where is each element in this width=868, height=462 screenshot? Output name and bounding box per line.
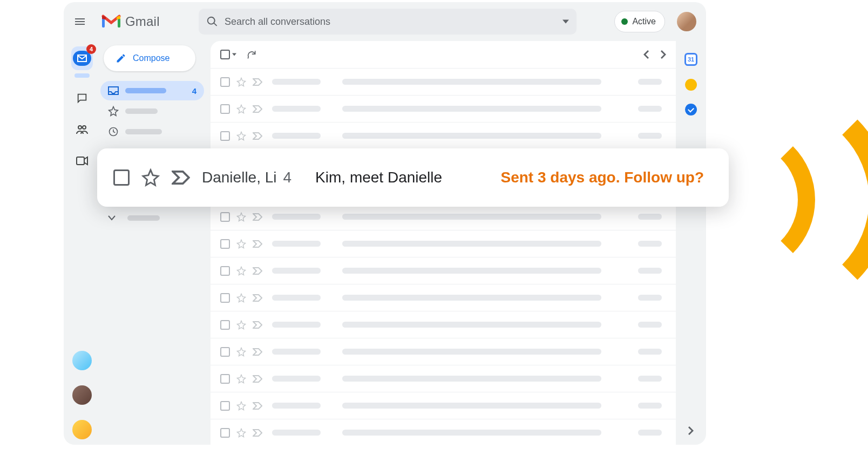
star-icon[interactable] [236, 401, 246, 411]
meta-placeholder [638, 214, 662, 220]
rail-contact-3[interactable] [72, 420, 92, 439]
email-row[interactable] [211, 338, 676, 365]
newer-button[interactable] [643, 50, 649, 59]
important-icon[interactable] [253, 78, 262, 86]
tasks-icon[interactable] [685, 104, 697, 116]
star-icon[interactable] [236, 293, 246, 303]
star-icon[interactable] [236, 212, 246, 222]
row-checkbox[interactable] [220, 428, 230, 438]
row-checkbox[interactable] [220, 104, 230, 114]
subject-placeholder [342, 403, 601, 409]
row-checkbox[interactable] [113, 169, 130, 186]
email-row[interactable] [211, 122, 676, 149]
email-row[interactable] [211, 419, 676, 445]
sender-placeholder [272, 241, 321, 247]
row-checkbox[interactable] [220, 239, 230, 249]
row-checkbox[interactable] [220, 401, 230, 411]
row-checkbox[interactable] [220, 347, 230, 357]
email-row[interactable] [211, 284, 676, 311]
sidebar-more-label-placeholder [127, 215, 160, 221]
row-checkbox[interactable] [220, 212, 230, 222]
meta-placeholder [638, 268, 662, 274]
important-icon[interactable] [253, 267, 262, 275]
important-icon[interactable] [253, 132, 262, 140]
email-row[interactable] [211, 230, 676, 257]
subject-placeholder [342, 430, 601, 436]
important-icon[interactable] [253, 105, 262, 113]
important-icon[interactable] [253, 348, 262, 356]
email-row[interactable] [211, 203, 676, 230]
app-body: 4 Compose [64, 41, 706, 445]
subject-placeholder [342, 268, 601, 274]
keep-icon[interactable] [685, 79, 697, 91]
rail-contact-1[interactable] [72, 351, 92, 370]
important-icon[interactable] [253, 321, 262, 329]
select-all-checkbox[interactable] [220, 50, 236, 59]
important-icon[interactable] [253, 240, 262, 248]
nudge-email-card[interactable]: Danielle, Li 4 Kim, meet Danielle Sent 3… [97, 148, 729, 207]
calendar-icon[interactable] [684, 53, 697, 66]
rail-mail[interactable]: 4 [71, 46, 93, 70]
email-row[interactable] [211, 365, 676, 392]
highlight-nudge[interactable]: Sent 3 days ago. Follow up? [501, 169, 704, 186]
main-panel [208, 41, 676, 445]
status-pill[interactable]: Active [614, 11, 665, 32]
star-icon[interactable] [236, 266, 246, 276]
row-checkbox[interactable] [220, 374, 230, 384]
meet-icon [76, 156, 88, 166]
account-avatar[interactable] [677, 12, 696, 31]
search-input[interactable] [225, 16, 569, 28]
email-row[interactable] [211, 68, 676, 95]
star-icon[interactable] [236, 104, 246, 114]
email-row[interactable] [211, 311, 676, 338]
important-icon[interactable] [253, 294, 262, 302]
rail-spaces[interactable] [71, 119, 93, 140]
compose-button[interactable]: Compose [104, 45, 195, 71]
star-icon[interactable] [236, 374, 246, 384]
pagination [643, 50, 666, 59]
sidebar-item-snoozed[interactable] [100, 122, 204, 141]
search-options-button[interactable] [562, 18, 569, 25]
meta-placeholder [638, 322, 662, 328]
sidebar-item-starred[interactable] [100, 101, 204, 121]
email-row[interactable] [211, 392, 676, 419]
row-checkbox[interactable] [220, 320, 230, 330]
star-icon[interactable] [236, 131, 246, 141]
sender-placeholder [272, 268, 321, 274]
star-icon[interactable] [236, 239, 246, 249]
highlight-sender: Danielle, Li 4 [202, 169, 291, 186]
older-button[interactable] [661, 50, 666, 59]
important-icon[interactable] [172, 171, 190, 185]
main-menu-button[interactable] [68, 10, 92, 33]
star-icon[interactable] [236, 77, 246, 87]
row-checkbox[interactable] [220, 266, 230, 276]
rail-chat[interactable] [71, 87, 93, 109]
row-checkbox[interactable] [220, 131, 230, 141]
subject-placeholder [342, 322, 601, 328]
row-checkbox[interactable] [220, 293, 230, 303]
important-icon[interactable] [253, 402, 262, 410]
row-checkbox[interactable] [220, 77, 230, 87]
email-row[interactable] [211, 257, 676, 284]
sidebar-item-more[interactable] [100, 208, 204, 228]
caret-down-icon [232, 53, 236, 56]
meta-placeholder [638, 430, 662, 436]
sidebar-item-inbox[interactable]: 4 [100, 81, 204, 100]
star-icon[interactable] [236, 347, 246, 357]
sidepanel-toggle[interactable] [688, 426, 694, 435]
chevron-right-icon [688, 426, 694, 435]
star-icon[interactable] [236, 320, 246, 330]
search-icon [206, 16, 218, 28]
important-icon[interactable] [253, 375, 262, 383]
important-icon[interactable] [253, 213, 262, 221]
compose-label: Compose [133, 53, 169, 63]
search-bar[interactable] [199, 9, 577, 35]
rail-meet[interactable] [71, 150, 93, 172]
subject-placeholder [342, 349, 601, 355]
star-icon[interactable] [236, 428, 246, 438]
rail-contact-2[interactable] [72, 385, 92, 405]
star-icon[interactable] [141, 168, 160, 187]
email-row[interactable] [211, 95, 676, 122]
important-icon[interactable] [253, 429, 262, 437]
refresh-button[interactable] [246, 49, 257, 60]
